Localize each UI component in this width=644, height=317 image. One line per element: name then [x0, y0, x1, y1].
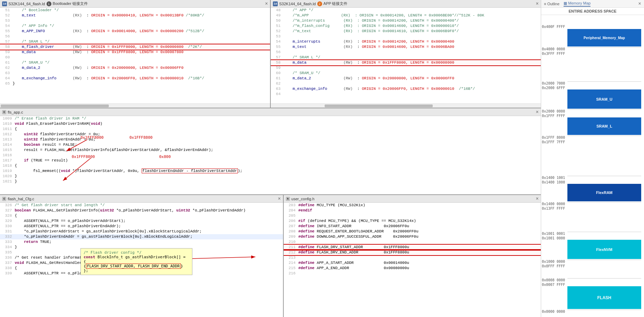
mm-label: 0x1FFF 8000	[542, 136, 565, 139]
mm-divider	[567, 81, 641, 82]
line-num: 1016	[0, 153, 15, 158]
table-row: 330 ASSERT(NULL_PTR == o_pFlashDriverEnd…	[0, 224, 283, 229]
line-content: uint32 flashDriverEndAddr = 0u;	[15, 137, 95, 142]
line-num: 49	[271, 13, 283, 18]
line-content: {	[15, 163, 17, 168]
line-content: /*m_flash_config (RX) : ORIGIN = 0x00014…	[283, 23, 459, 29]
popup-box: /* Flash driver config */ const BlockInf…	[80, 248, 192, 275]
table-row: 52 /*m_text (RX) : ORIGIN = 0x00014610, …	[271, 29, 541, 34]
line-content: m_APP_INFO (RX) : ORIGIN = 0x00014000, L…	[13, 29, 204, 34]
mm-sram-l-block: SRAM_L	[567, 117, 641, 135]
line-num: 60	[271, 71, 283, 76]
table-row: 329 ASSERT(NULL_PTR == o_pFlashDriverAdd…	[0, 218, 283, 224]
table-row: 63 m_exchange_info (RW) : ORIGIN = 0x200…	[271, 86, 541, 92]
line-num: 215	[284, 266, 298, 271]
line-content: m_flash_driver (RW) : ORIGIN = 0x1FFF800…	[13, 44, 202, 50]
line-num: 328	[0, 213, 15, 218]
table-row: 204 #endif	[284, 208, 541, 213]
line-content: #endif	[298, 208, 312, 213]
mm-divider	[567, 202, 641, 202]
fls-content[interactable]: 0x1FFF8000 0x1FFF8800 0x1FFF8000 0x800	[0, 116, 541, 194]
flash-hal-pane: C flash_hal_Cfg.c × 326 /* Get flash dri…	[0, 195, 284, 317]
line-content: #define DOWNLOAD_APP_SUCCESSFUL_ADDR 0x2…	[298, 234, 418, 239]
mm-flexram-label: FlexRAM	[596, 190, 613, 195]
line-num: 330	[0, 224, 15, 229]
line-num: 53	[0, 18, 13, 23]
line-num: 337	[0, 260, 15, 266]
user-config-content[interactable]: 203 #define MCU_TYPE (MCU_S32K1x) 204 #e…	[284, 203, 541, 317]
table-row: 53	[0, 18, 270, 23]
mm-divider	[567, 47, 641, 48]
pane2-title: APP 链接文件	[324, 1, 348, 6]
flash-hal-content[interactable]: 326 /* Get flash driver start and length…	[0, 203, 283, 317]
mm-visualization[interactable]: 0x400F FFFF Peripheral_Memory_Map 0x4000…	[541, 15, 644, 317]
table-row: 51 /*m_flash_config (RX) : ORIGIN = 0x00…	[271, 23, 541, 29]
line-content	[283, 81, 286, 86]
memory-map-close[interactable]: ×	[638, 1, 641, 7]
mm-divider	[567, 278, 641, 279]
bootloader-pane-header: ld S32K144_64_flash.ld 1 Bootloader 链接文件…	[0, 0, 270, 8]
mm-label: 0x400F FFFF	[542, 25, 565, 29]
line-num: 212	[284, 250, 298, 255]
table-row: 331 *o_pFlashDriverAddrStart = gs_astFla…	[0, 229, 283, 234]
pane2-hscroll[interactable]	[271, 103, 541, 108]
table-row: 64 m_exchange_info (RW) : ORIGIN = 0x200…	[0, 76, 270, 81]
table-row: 57 /* SRAM L */	[0, 39, 270, 44]
pane1-hscroll[interactable]	[0, 103, 270, 108]
table-row: 328 {	[0, 213, 283, 218]
line-content	[283, 50, 286, 55]
pane2-close[interactable]: ×	[536, 1, 539, 7]
user-config-close[interactable]: ×	[536, 196, 539, 202]
table-row: 60	[0, 55, 270, 60]
pane1-icon: ld	[2, 1, 7, 6]
table-row: 1021 }	[0, 179, 541, 184]
pane2-content[interactable]: 48 /* APP */ 49 /*m_APP (RX) : ORIGIN = …	[271, 8, 541, 103]
line-num: 64	[0, 76, 13, 81]
line-content: boolean result = FALSE;	[15, 142, 77, 147]
mm-label: 0x1001 0001	[542, 232, 565, 236]
table-row: 56	[0, 34, 270, 39]
line-num: 332	[0, 234, 15, 239]
line-num: 208	[284, 229, 298, 234]
mm-canvas: 0x400F FFFF Peripheral_Memory_Map 0x4000…	[541, 15, 644, 317]
mm-label: 0x1400 0000	[542, 202, 565, 206]
line-num: 1020	[0, 174, 15, 179]
mm-flexnvm-label: FlexNVM	[596, 247, 612, 252]
line-num: 205	[284, 213, 298, 218]
table-row: 61 /* SRAM_U */	[0, 60, 270, 65]
line-num: 1012	[0, 132, 15, 137]
line-num: 338	[0, 266, 15, 271]
outline-tab[interactable]: ≡ Outline	[544, 2, 559, 6]
line-content: #if (defined MCU_TYPE) && (MCU_TYPE == M…	[298, 218, 416, 224]
line-content	[298, 213, 301, 218]
line-content: m_data_2 (RW) : ORIGIN = 0x20000000, LEN…	[13, 65, 184, 71]
table-row: 209 #define DOWNLOAD_APP_SUCCESSFUL_ADDR…	[284, 234, 541, 239]
line-num: 56	[271, 50, 283, 55]
mm-label: 0x4000 0000	[542, 47, 565, 51]
mm-label: 0x1000 0000	[542, 260, 565, 264]
mm-label: 0x0007 FFFF	[542, 283, 565, 287]
table-row: 52 m_text (RX) : ORIGIN = 0x00000410, LE…	[0, 13, 270, 18]
line-content: m_text (RX) : ORIGIN = 0x00000410, LENGT…	[13, 13, 204, 18]
line-num: 336	[0, 255, 15, 260]
table-row: 59	[271, 65, 541, 71]
line-num: 59	[0, 50, 13, 55]
pane1-content[interactable]: 51 /* Bootloader */ 52 m_text (RX) : ORI…	[0, 8, 270, 103]
mm-sram-u-label: SRAM_U	[596, 97, 612, 101]
line-num: 57	[0, 39, 13, 44]
table-row: 205	[284, 213, 541, 218]
line-content: }	[15, 179, 17, 184]
flash-hal-close[interactable]: ×	[278, 196, 281, 202]
pane1-close[interactable]: ×	[265, 1, 268, 7]
line-num: 1010	[0, 121, 15, 127]
memory-map-tab[interactable]: ▦ Memory Map	[564, 1, 590, 7]
line-num: 1018	[0, 163, 15, 168]
line-content: /* Get reset handler informat	[15, 255, 82, 260]
mm-divider	[567, 260, 641, 260]
pane1-hscroll-thumb	[1, 105, 109, 107]
pane2-badge: 2	[317, 1, 322, 6]
line-content: #define REQUEST_ENTER_BOOTLOADER_ADDR 0x…	[298, 229, 418, 234]
fls-close[interactable]: ×	[536, 109, 539, 115]
table-row: 327 boolean FLASH_HAL_GetFlashDriverInfo…	[0, 208, 283, 213]
line-num: 51	[0, 8, 13, 13]
